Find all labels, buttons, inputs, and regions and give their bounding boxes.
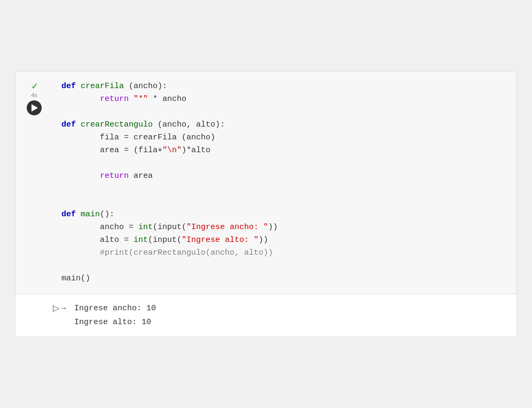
cell-gutter: ✓ 4s bbox=[15, 80, 53, 285]
output-line: Ingrese alto: 10 bbox=[74, 316, 156, 329]
code-line bbox=[61, 106, 508, 119]
code-line bbox=[61, 260, 508, 272]
code-line: ancho = int(input("Ingrese ancho: ")) bbox=[61, 221, 508, 234]
code-editor[interactable]: def crearFila (ancho): return "*" * anch… bbox=[53, 80, 517, 285]
code-line: #print(crearRectangulo(ancho, alto)) bbox=[61, 247, 508, 260]
cell-code-area: ✓ 4s def crearFila (ancho): return "*" *… bbox=[15, 72, 517, 294]
output-line: Ingrese ancho: 10 bbox=[74, 302, 156, 316]
code-line: def main(): bbox=[61, 208, 508, 221]
code-line bbox=[61, 157, 508, 170]
code-line bbox=[61, 195, 508, 208]
output-icon: ▷→ bbox=[53, 303, 68, 313]
cell-output-area: ▷→ Ingrese ancho: 10 Ingrese alto: 10 bbox=[15, 294, 517, 336]
code-line: return "*" * ancho bbox=[61, 93, 508, 106]
code-line: main() bbox=[61, 272, 508, 285]
code-line: alto = int(input("Ingrese alto: ")) bbox=[61, 234, 508, 247]
code-line: def crearRectangulo (ancho, alto): bbox=[61, 119, 508, 131]
code-line: return area bbox=[61, 170, 508, 183]
code-line: def crearFila (ancho): bbox=[61, 80, 508, 93]
output-text: Ingrese ancho: 10 Ingrese alto: 10 bbox=[74, 302, 156, 329]
notebook-cell: ✓ 4s def crearFila (ancho): return "*" *… bbox=[15, 71, 517, 337]
code-line: area = (fila+"\n")*alto bbox=[61, 144, 508, 157]
play-icon bbox=[32, 104, 38, 112]
execution-time: 4s bbox=[31, 92, 37, 98]
run-button[interactable] bbox=[27, 100, 42, 115]
code-line: fila = crearFila (ancho) bbox=[61, 131, 508, 144]
code-line bbox=[61, 183, 508, 195]
run-status: ✓ 4s bbox=[31, 82, 38, 98]
checkmark-icon: ✓ bbox=[31, 82, 38, 91]
